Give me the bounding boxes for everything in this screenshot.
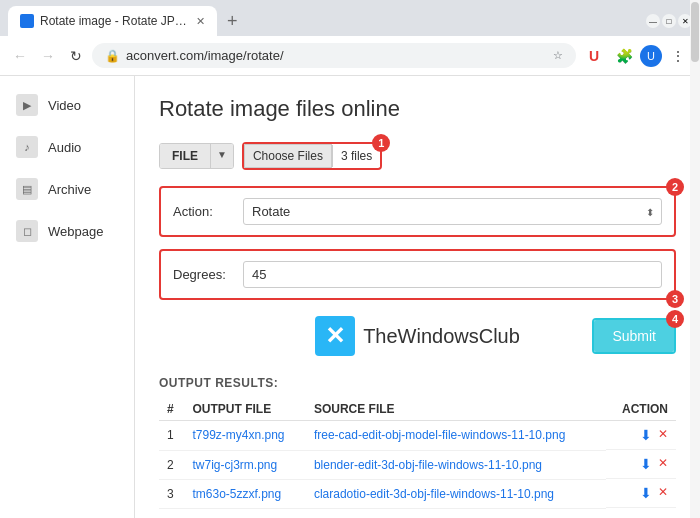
brand-icon: ✕ [315, 316, 355, 356]
source-file-link[interactable]: blender-edit-3d-obj-file-windows-11-10.p… [314, 458, 542, 472]
brand-logo: ✕ TheWindowsClub [315, 316, 520, 356]
delete-icon[interactable]: ✕ [658, 427, 668, 443]
action-icons: ⬇ ✕ [640, 485, 668, 501]
row-num: 1 [159, 421, 184, 451]
svg-text:✕: ✕ [325, 322, 345, 349]
row-actions: ⬇ ✕ [606, 421, 676, 450]
file-dropdown-btn[interactable]: ▼ [210, 144, 233, 168]
download-icon[interactable]: ⬇ [640, 485, 652, 501]
download-icon[interactable]: ⬇ [640, 427, 652, 443]
source-file-link[interactable]: free-cad-edit-obj-model-file-windows-11-… [314, 428, 565, 442]
action-icons: ⬇ ✕ [640, 456, 668, 472]
star-icon[interactable]: ☆ [553, 49, 563, 62]
output-label: OUTPUT RESULTS: [159, 376, 676, 390]
minimize-btn[interactable]: — [646, 14, 660, 28]
scrollbar[interactable] [690, 0, 700, 518]
sidebar-item-archive[interactable]: ▤ Archive [0, 168, 134, 210]
nav-right-controls: U 🧩 U ⋮ [580, 42, 692, 70]
submit-btn[interactable]: Submit [594, 320, 674, 352]
sidebar-item-audio[interactable]: ♪ Audio [0, 126, 134, 168]
submit-btn-wrapper: Submit 4 [592, 318, 676, 354]
sidebar-webpage-label: Webpage [48, 224, 103, 239]
address-bar[interactable]: 🔒 aconvert.com/image/rotate/ ☆ [92, 43, 576, 68]
tab-title: Rotate image - Rotate JPG, PNG... [40, 14, 190, 28]
output-file-link[interactable]: t799z-my4xn.png [192, 428, 284, 442]
app-layout: ▶ Video ♪ Audio ▤ Archive ◻ Webpage Rota… [0, 76, 700, 518]
sidebar-item-webpage[interactable]: ◻ Webpage [0, 210, 134, 252]
menu-btn[interactable]: ⋮ [664, 42, 692, 70]
new-tab-btn[interactable]: + [221, 11, 244, 32]
table-row: 2 tw7ig-cj3rm.png blender-edit-3d-obj-fi… [159, 450, 676, 479]
delete-icon[interactable]: ✕ [658, 456, 668, 472]
maximize-btn[interactable]: □ [662, 14, 676, 28]
source-file-link[interactable]: claradotio-edit-3d-obj-file-windows-11-1… [314, 487, 554, 501]
action-section: Action: Rotate Flip Horizontal Flip Vert… [159, 186, 676, 237]
sidebar-archive-label: Archive [48, 182, 91, 197]
row-output-file: tm63o-5zzxf.png [184, 479, 305, 508]
action-icons: ⬇ ✕ [640, 427, 668, 443]
row-source-file: blender-edit-3d-obj-file-windows-11-10.p… [306, 450, 606, 479]
action-label: Action: [173, 204, 243, 219]
tab-bar: Rotate image - Rotate JPG, PNG... ✕ + — … [0, 0, 700, 36]
nav-bar: ← → ↻ 🔒 aconvert.com/image/rotate/ ☆ U 🧩… [0, 36, 700, 76]
table-row: 1 t799z-my4xn.png free-cad-edit-obj-mode… [159, 421, 676, 451]
col-num: # [159, 398, 184, 421]
col-action: ACTION [606, 398, 676, 421]
choose-files-btn[interactable]: Choose Files [244, 144, 332, 168]
row-actions: ⬇ ✕ [606, 450, 676, 479]
row-output-file: tw7ig-cj3rm.png [184, 450, 305, 479]
profile-btn[interactable]: U [640, 45, 662, 67]
sidebar-video-label: Video [48, 98, 81, 113]
page-title: Rotate image files online [159, 96, 676, 122]
browser-chrome: Rotate image - Rotate JPG, PNG... ✕ + — … [0, 0, 700, 76]
tab-close-btn[interactable]: ✕ [196, 15, 205, 28]
col-output-file: OUTPUT FILE [184, 398, 305, 421]
choose-files-wrapper: Choose Files 3 files 1 [242, 142, 382, 170]
row-output-file: t799z-my4xn.png [184, 421, 305, 451]
degrees-label: Degrees: [173, 267, 243, 282]
archive-icon: ▤ [16, 178, 38, 200]
main-content: Rotate image files online FILE ▼ Choose … [135, 76, 700, 518]
row-num: 3 [159, 479, 184, 508]
sidebar-item-video[interactable]: ▶ Video [0, 84, 134, 126]
badge-1: 1 [372, 134, 390, 152]
profile-extensions-btn[interactable]: 🧩 [610, 42, 638, 70]
submit-area: ✕ TheWindowsClub Submit 4 [159, 316, 676, 356]
back-btn[interactable]: ← [8, 44, 32, 68]
row-source-file: free-cad-edit-obj-model-file-windows-11-… [306, 421, 606, 451]
row-num: 2 [159, 450, 184, 479]
refresh-btn[interactable]: ↻ [64, 44, 88, 68]
file-section: FILE ▼ Choose Files 3 files 1 [159, 142, 676, 170]
output-file-link[interactable]: tw7ig-cj3rm.png [192, 458, 277, 472]
download-icon[interactable]: ⬇ [640, 456, 652, 472]
table-body: 1 t799z-my4xn.png free-cad-edit-obj-mode… [159, 421, 676, 509]
delete-icon[interactable]: ✕ [658, 485, 668, 501]
action-select-wrapper: Rotate Flip Horizontal Flip Vertical ⬍ [243, 198, 662, 225]
video-icon: ▶ [16, 94, 38, 116]
brand-name: TheWindowsClub [363, 325, 520, 348]
col-source-file: SOURCE FILE [306, 398, 606, 421]
degrees-input[interactable] [243, 261, 662, 288]
row-actions: ⬇ ✕ [606, 479, 676, 508]
active-tab[interactable]: Rotate image - Rotate JPG, PNG... ✕ [8, 6, 217, 36]
output-file-link[interactable]: tm63o-5zzxf.png [192, 487, 281, 501]
sidebar-audio-label: Audio [48, 140, 81, 155]
forward-btn[interactable]: → [36, 44, 60, 68]
badge-2: 2 [666, 178, 684, 196]
scrollbar-thumb[interactable] [691, 2, 699, 62]
results-table: # OUTPUT FILE SOURCE FILE ACTION 1 t799z… [159, 398, 676, 509]
tab-favicon [20, 14, 34, 28]
table-row: 3 tm63o-5zzxf.png claradotio-edit-3d-obj… [159, 479, 676, 508]
extensions-btn[interactable]: U [580, 42, 608, 70]
row-source-file: claradotio-edit-3d-obj-file-windows-11-1… [306, 479, 606, 508]
sidebar: ▶ Video ♪ Audio ▤ Archive ◻ Webpage [0, 76, 135, 518]
lock-icon: 🔒 [105, 49, 120, 63]
action-select[interactable]: Rotate Flip Horizontal Flip Vertical [243, 198, 662, 225]
degrees-section: Degrees: 3 [159, 249, 676, 300]
audio-icon: ♪ [16, 136, 38, 158]
badge-3: 3 [666, 290, 684, 308]
file-btn[interactable]: FILE [160, 144, 210, 168]
webpage-icon: ◻ [16, 220, 38, 242]
url-text: aconvert.com/image/rotate/ [126, 48, 547, 63]
table-header: # OUTPUT FILE SOURCE FILE ACTION [159, 398, 676, 421]
